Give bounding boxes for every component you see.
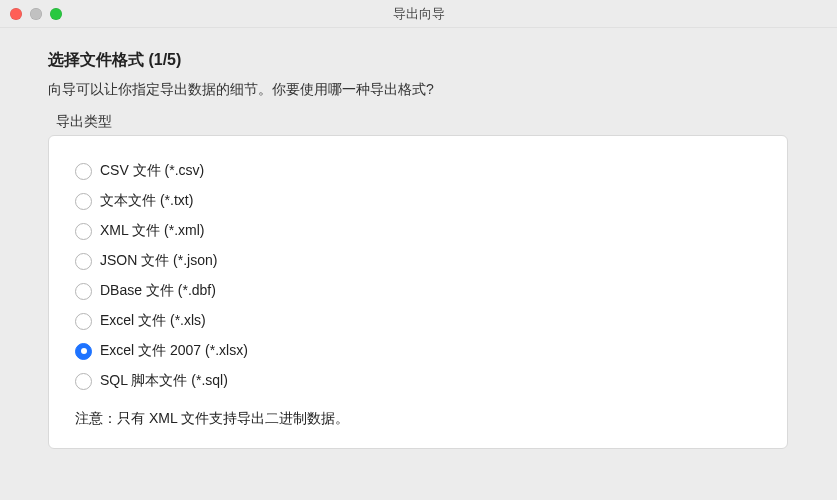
wizard-heading: 选择文件格式 (1/5)	[48, 50, 805, 71]
titlebar: 导出向导	[0, 0, 837, 28]
radio-icon[interactable]	[75, 163, 92, 180]
radio-label: Excel 文件 2007 (*.xlsx)	[100, 342, 248, 360]
note-text: 注意：只有 XML 文件支持导出二进制数据。	[75, 410, 761, 428]
close-icon[interactable]	[10, 8, 22, 20]
radio-option[interactable]: SQL 脚本文件 (*.sql)	[75, 366, 761, 396]
radio-icon[interactable]	[75, 223, 92, 240]
wizard-content: 选择文件格式 (1/5) 向导可以让你指定导出数据的细节。你要使用哪一种导出格式…	[0, 28, 837, 449]
radio-option[interactable]: Excel 文件 2007 (*.xlsx)	[75, 336, 761, 366]
radio-icon[interactable]	[75, 283, 92, 300]
radio-icon[interactable]	[75, 253, 92, 270]
radio-list: CSV 文件 (*.csv)文本文件 (*.txt)XML 文件 (*.xml)…	[75, 156, 761, 396]
radio-icon[interactable]	[75, 313, 92, 330]
radio-label: DBase 文件 (*.dbf)	[100, 282, 216, 300]
radio-icon[interactable]	[75, 373, 92, 390]
radio-label: JSON 文件 (*.json)	[100, 252, 217, 270]
radio-label: SQL 脚本文件 (*.sql)	[100, 372, 228, 390]
radio-label: CSV 文件 (*.csv)	[100, 162, 204, 180]
window-title: 导出向导	[0, 5, 837, 23]
radio-label: XML 文件 (*.xml)	[100, 222, 204, 240]
radio-label: Excel 文件 (*.xls)	[100, 312, 206, 330]
traffic-lights	[0, 8, 62, 20]
radio-option[interactable]: Excel 文件 (*.xls)	[75, 306, 761, 336]
maximize-icon[interactable]	[50, 8, 62, 20]
radio-icon[interactable]	[75, 343, 92, 360]
radio-option[interactable]: CSV 文件 (*.csv)	[75, 156, 761, 186]
radio-label: 文本文件 (*.txt)	[100, 192, 193, 210]
group-label: 导出类型	[56, 113, 805, 131]
radio-option[interactable]: JSON 文件 (*.json)	[75, 246, 761, 276]
radio-icon[interactable]	[75, 193, 92, 210]
export-type-group: CSV 文件 (*.csv)文本文件 (*.txt)XML 文件 (*.xml)…	[48, 135, 788, 449]
radio-option[interactable]: XML 文件 (*.xml)	[75, 216, 761, 246]
radio-option[interactable]: DBase 文件 (*.dbf)	[75, 276, 761, 306]
minimize-icon[interactable]	[30, 8, 42, 20]
radio-option[interactable]: 文本文件 (*.txt)	[75, 186, 761, 216]
wizard-subheading: 向导可以让你指定导出数据的细节。你要使用哪一种导出格式?	[48, 81, 805, 99]
